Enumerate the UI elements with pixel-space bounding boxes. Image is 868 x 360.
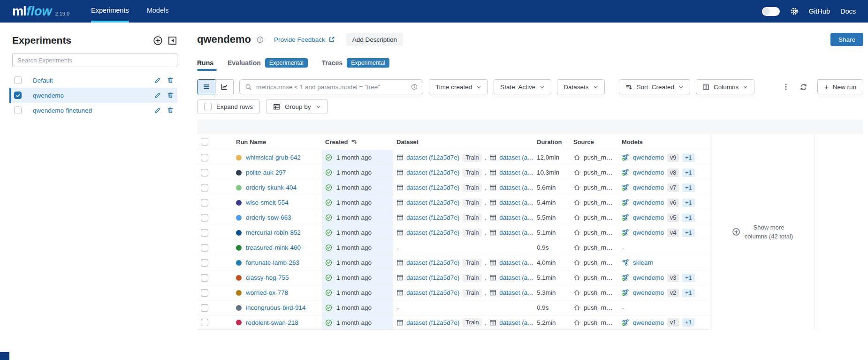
model-version-badge[interactable]: v3 [667, 274, 679, 282]
model-version-badge[interactable]: v2 [667, 289, 679, 297]
experiment-link[interactable]: qwendemo [33, 92, 154, 99]
model-extra-badge[interactable]: +1 [682, 289, 694, 297]
dataset-link[interactable]: dataset (f12a5d7e) [406, 184, 459, 191]
model-link[interactable]: qwendemo [633, 169, 664, 176]
run-source-label[interactable]: push_m… [584, 169, 613, 176]
run-source-label[interactable]: push_m… [584, 214, 613, 221]
datasets-dropdown[interactable]: Datasets [557, 79, 604, 94]
dataset-link[interactable]: dataset (f12a5d7e) [406, 199, 459, 206]
dataset-link-secondary[interactable]: dataset (a… [499, 259, 534, 266]
model-version-badge[interactable]: v4 [667, 229, 679, 237]
expand-rows-checkbox[interactable] [204, 103, 212, 110]
search-experiments-input[interactable] [12, 53, 177, 67]
dataset-link-secondary[interactable]: dataset (a… [499, 154, 534, 161]
dataset-link-secondary[interactable]: dataset (a… [499, 289, 534, 296]
dataset-link-secondary[interactable]: dataset (a… [499, 229, 534, 236]
tab-evaluation[interactable]: Evaluation Experimental [228, 58, 308, 72]
run-checkbox[interactable] [201, 259, 208, 267]
group-by-dropdown[interactable]: Group by [266, 99, 328, 114]
run-checkbox[interactable] [201, 304, 208, 312]
run-checkbox[interactable] [201, 199, 208, 207]
experiment-list-item[interactable]: Default [9, 73, 177, 88]
run-checkbox[interactable] [201, 184, 208, 191]
experiment-link[interactable]: qwendemo-finetuned [33, 107, 154, 114]
delete-experiment-icon[interactable] [167, 92, 174, 99]
run-name-link[interactable]: redolent-swan-218 [246, 319, 298, 326]
experiment-checkbox[interactable] [14, 92, 22, 99]
model-extra-badge[interactable]: +1 [682, 169, 694, 177]
run-name-link[interactable]: wise-smelt-554 [246, 199, 289, 206]
search-info-icon[interactable] [411, 84, 418, 90]
dataset-link[interactable]: dataset (f12a5d7e) [406, 319, 459, 326]
column-header-source[interactable]: Source [571, 134, 620, 150]
state-filter-dropdown[interactable]: State: Active [494, 79, 551, 94]
experiment-checkbox[interactable] [14, 77, 22, 84]
model-link[interactable]: qwendemo [633, 214, 664, 221]
model-link[interactable]: qwendemo [633, 274, 664, 281]
model-link[interactable]: qwendemo [633, 319, 664, 326]
list-view-button[interactable] [197, 79, 215, 94]
sort-dropdown[interactable]: Sort: Created [619, 79, 690, 94]
info-icon[interactable] [257, 36, 264, 43]
provide-feedback-link[interactable]: Provide Feedback [274, 36, 335, 43]
run-name-link[interactable]: mercurial-robin-852 [246, 229, 301, 236]
run-name-link[interactable]: worried-ox-778 [246, 289, 288, 296]
model-extra-badge[interactable]: +1 [682, 274, 694, 282]
experiment-list-item[interactable]: qwendemo [9, 88, 177, 103]
more-options-icon[interactable] [782, 83, 790, 91]
mlflow-logo[interactable]: ml flow 2.19.0 [12, 4, 69, 19]
new-run-button[interactable]: + New run [817, 79, 863, 94]
gear-icon[interactable] [790, 7, 799, 15]
docs-link[interactable]: Docs [840, 8, 856, 15]
run-checkbox[interactable] [201, 244, 208, 252]
refresh-icon[interactable] [799, 83, 807, 91]
tab-runs[interactable]: Runs [197, 59, 213, 71]
share-button[interactable]: Share [830, 33, 863, 46]
column-header-models[interactable]: Models [620, 134, 710, 150]
run-checkbox[interactable] [201, 319, 208, 326]
model-link[interactable]: qwendemo [633, 184, 664, 191]
dataset-link-secondary[interactable]: dataset (a… [499, 199, 534, 206]
model-version-badge[interactable]: v7 [667, 184, 679, 192]
dataset-link-secondary[interactable]: dataset (a… [499, 169, 534, 176]
dataset-link[interactable]: dataset (f12a5d7e) [406, 154, 459, 161]
columns-dropdown[interactable]: Columns [696, 79, 754, 94]
run-source-label[interactable]: push_m… [584, 229, 613, 236]
run-checkbox[interactable] [201, 154, 208, 161]
run-name-link[interactable]: treasured-mink-460 [246, 244, 301, 251]
model-link[interactable]: qwendemo [633, 289, 664, 296]
dataset-link[interactable]: dataset (f12a5d7e) [406, 229, 459, 236]
column-header-duration[interactable]: Duration [535, 134, 571, 150]
run-source-label[interactable]: push_m… [584, 319, 613, 326]
github-link[interactable]: GitHub [809, 8, 830, 15]
run-name-link[interactable]: incongruous-bird-914 [246, 304, 306, 311]
model-extra-badge[interactable]: +1 [682, 184, 694, 192]
run-source-label[interactable]: push_m… [584, 304, 613, 311]
run-name-link[interactable]: orderly-skunk-404 [246, 184, 297, 191]
run-checkbox[interactable] [201, 289, 208, 297]
model-version-badge[interactable]: v9 [667, 153, 679, 162]
model-version-badge[interactable]: v1 [667, 318, 679, 327]
show-more-columns-button[interactable]: Show more columns (42 total) [732, 223, 793, 241]
column-header-dataset[interactable]: Dataset [393, 134, 535, 150]
run-name-link[interactable]: orderly-sow-663 [246, 214, 291, 221]
theme-toggle[interactable] [762, 7, 780, 16]
run-source-label[interactable]: push_m… [584, 244, 613, 251]
run-name-link[interactable]: polite-auk-297 [246, 169, 286, 176]
new-experiment-icon[interactable] [153, 36, 163, 46]
run-name-link[interactable]: classy-hog-755 [246, 274, 289, 281]
edit-experiment-icon[interactable] [154, 77, 161, 84]
run-checkbox[interactable] [201, 169, 208, 176]
run-source-label[interactable]: push_m… [584, 184, 613, 191]
model-extra-badge[interactable]: +1 [682, 153, 694, 162]
edit-experiment-icon[interactable] [154, 92, 161, 99]
add-description-button[interactable]: Add Description [346, 33, 403, 46]
model-extra-badge[interactable]: +1 [682, 199, 694, 207]
dataset-link[interactable]: dataset (f12a5d7e) [406, 214, 459, 221]
run-source-label[interactable]: push_m… [584, 274, 613, 281]
tab-traces[interactable]: Traces Experimental [322, 58, 389, 72]
run-checkbox[interactable] [201, 214, 208, 222]
run-checkbox[interactable] [201, 229, 208, 237]
run-name-link[interactable]: fortunate-lamb-263 [246, 259, 299, 266]
run-name-link[interactable]: whimsical-grub-642 [246, 154, 301, 161]
